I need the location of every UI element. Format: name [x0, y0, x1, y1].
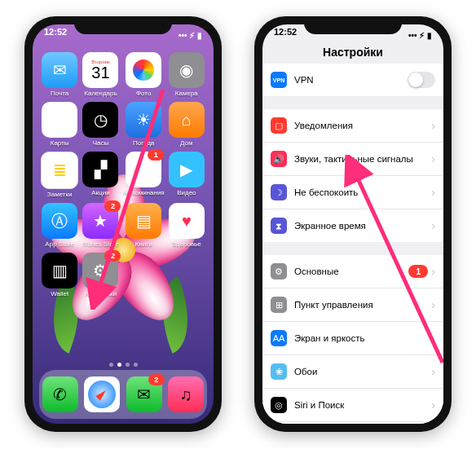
status-icons: ••• ⚡︎ ▮ — [408, 27, 432, 43]
phone-settings: 12:52 ••• ⚡︎ ▮ Настройки VPNVPN▢Уведомле… — [254, 16, 452, 432]
svg-line-0 — [96, 90, 163, 297]
annotation-arrow-2 — [341, 155, 443, 375]
cam-icon: ◉ — [169, 52, 205, 88]
maps-icon: ⬈ — [42, 102, 77, 138]
annotation-arrow-1 — [73, 81, 171, 310]
clock: 12:52 — [44, 27, 67, 43]
app-label: Видео — [177, 189, 196, 196]
app-label: Карты — [51, 139, 69, 147]
vpn-toggle[interactable] — [408, 72, 435, 88]
ctrl-icon: ⊞ — [271, 297, 287, 313]
dock-phone[interactable]: ✆ — [42, 376, 78, 412]
settings-group: VPNVPN — [262, 64, 443, 96]
screen-icon: ⧗ — [271, 218, 287, 234]
chevron-right-icon: › — [431, 398, 435, 412]
notif-icon: ▢ — [271, 117, 287, 134]
app-label: Wallet — [51, 290, 68, 297]
app-label: App Store — [45, 240, 74, 248]
status-icons: ••• ⚡︎ ▮ — [178, 27, 202, 43]
row-face[interactable]: ☻Face ID и код-пароль› — [262, 422, 443, 424]
app-home[interactable]: ⌂Дом — [168, 102, 205, 147]
phone-home: 12:52 ••• ⚡︎ ▮ ✉︎ПочтаВторник31Календарь… — [24, 16, 222, 432]
video-icon: ▶︎ — [169, 152, 205, 187]
home-screen[interactable]: 12:52 ••• ⚡︎ ▮ ✉︎ПочтаВторник31Календарь… — [33, 24, 214, 424]
siri-icon: ◎ — [271, 397, 287, 413]
wall-icon: ❀ — [271, 363, 287, 380]
row-label: Siri и Поиск — [294, 400, 428, 410]
app-cam[interactable]: ◉Камера — [168, 52, 205, 97]
app-label: Почта — [51, 90, 68, 97]
dock-safari[interactable] — [84, 376, 120, 412]
app-label: Здоровье — [172, 240, 201, 248]
sound-icon: 🔊 — [271, 151, 287, 167]
VPN-icon: VPN — [271, 72, 287, 88]
page-dots[interactable] — [33, 363, 214, 367]
notch — [74, 16, 172, 34]
dock-music[interactable]: ♫ — [168, 376, 204, 412]
row-notif[interactable]: ▢Уведомления› — [262, 109, 443, 143]
clock: 12:52 — [274, 27, 297, 43]
app-label: Дом — [180, 139, 192, 147]
dock: ✆✉︎2♫ — [39, 370, 207, 419]
app-label: Камера — [175, 90, 198, 97]
app-health[interactable]: ♥Здоровье — [168, 203, 205, 248]
health-icon: ♥ — [169, 203, 205, 239]
settings-screen[interactable]: 12:52 ••• ⚡︎ ▮ Настройки VPNVPN▢Уведомле… — [262, 24, 443, 424]
row-VPN[interactable]: VPNVPN — [262, 64, 443, 96]
row-label: VPN — [294, 75, 408, 85]
row-siri[interactable]: ◎Siri и Поиск› — [262, 389, 443, 422]
dnd-icon: ☽ — [271, 184, 287, 200]
chevron-right-icon: › — [431, 119, 435, 132]
notch — [304, 16, 402, 34]
badge: 2 — [148, 374, 165, 385]
gear-icon: ⚙︎ — [271, 263, 287, 280]
row-label: Уведомления — [294, 121, 428, 130]
dock-msg[interactable]: ✉︎2 — [126, 376, 162, 412]
app-label: Заметки — [47, 191, 73, 198]
astore-icon: Ⓐ — [42, 203, 77, 239]
app-video[interactable]: ▶︎Видео — [168, 152, 205, 198]
wallet-icon: ▥ — [42, 253, 77, 288]
svg-line-1 — [352, 166, 443, 363]
mail-icon: ✉︎ — [42, 52, 77, 88]
page-title: Настройки — [262, 46, 443, 59]
home-icon: ⌂ — [169, 102, 205, 138]
disp-icon: AA — [271, 330, 287, 346]
